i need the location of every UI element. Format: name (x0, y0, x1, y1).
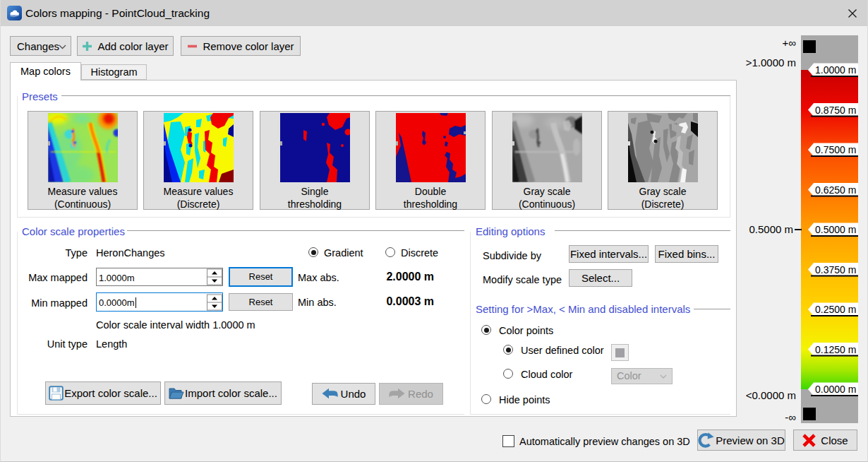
svg-text:0.1250 m: 0.1250 m (815, 344, 856, 355)
svg-text:0.0000 m: 0.0000 m (815, 384, 856, 395)
svg-text:0.2500 m: 0.2500 m (815, 304, 856, 315)
svg-text:0.6250 m: 0.6250 m (815, 184, 856, 196)
svg-text:0.7500 m: 0.7500 m (815, 144, 856, 155)
svg-text:0.8750 m: 0.8750 m (815, 105, 856, 116)
svg-text:0.5000 m: 0.5000 m (815, 224, 856, 235)
svg-text:0.3750 m: 0.3750 m (815, 264, 856, 276)
svg-text:1.0000 m: 1.0000 m (815, 64, 856, 76)
